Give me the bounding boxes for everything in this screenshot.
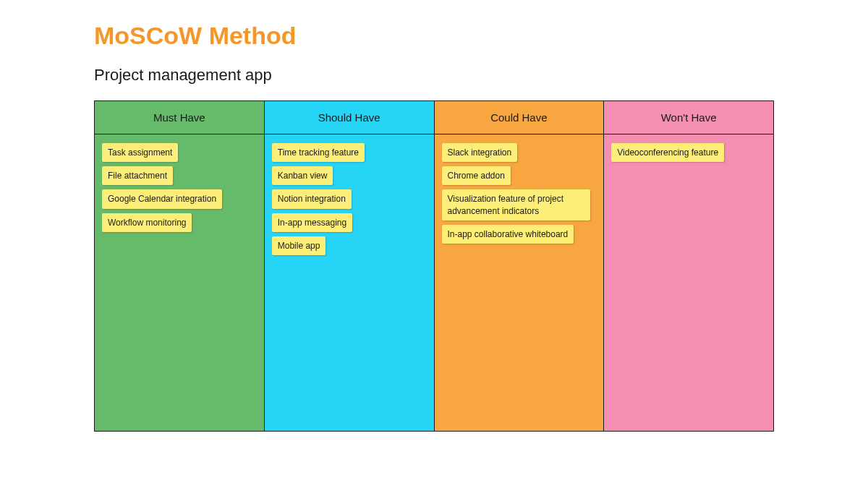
sticky-note[interactable]: Notion integration (272, 189, 352, 208)
sticky-note[interactable]: Videoconferencing feature (611, 143, 724, 162)
sticky-note[interactable]: Chrome addon (442, 166, 511, 185)
page-subtitle: Project management app (94, 66, 774, 85)
column-header-should: Should Have (265, 101, 434, 134)
column-must: Must Have Task assignment File attachmen… (95, 101, 265, 431)
sticky-note[interactable]: In-app messaging (272, 213, 352, 232)
sticky-note[interactable]: Slack integration (442, 143, 518, 162)
column-should: Should Have Time tracking feature Kanban… (265, 101, 435, 431)
column-body-could[interactable]: Slack integration Chrome addon Visualiza… (435, 134, 604, 431)
sticky-note[interactable]: Google Calendar integration (102, 189, 222, 208)
column-body-must[interactable]: Task assignment File attachment Google C… (95, 134, 264, 431)
column-body-wont[interactable]: Videoconferencing feature (604, 134, 773, 431)
sticky-note[interactable]: Task assignment (102, 143, 178, 162)
column-header-wont: Won't Have (604, 101, 773, 134)
sticky-note[interactable]: Workflow monitoring (102, 213, 192, 232)
column-could: Could Have Slack integration Chrome addo… (435, 101, 605, 431)
moscow-board: Must Have Task assignment File attachmen… (94, 100, 774, 432)
page-title: MoSCoW Method (94, 22, 774, 50)
column-wont: Won't Have Videoconferencing feature (604, 101, 773, 431)
column-header-could: Could Have (435, 101, 604, 134)
sticky-note[interactable]: Kanban view (272, 166, 333, 185)
sticky-note[interactable]: Time tracking feature (272, 143, 365, 162)
sticky-note[interactable]: Visualization feature of project advance… (442, 189, 590, 220)
sticky-note[interactable]: In-app collaborative whiteboard (442, 225, 574, 244)
sticky-note[interactable]: File attachment (102, 166, 173, 185)
sticky-note[interactable]: Mobile app (272, 236, 326, 255)
column-body-should[interactable]: Time tracking feature Kanban view Notion… (265, 134, 434, 431)
column-header-must: Must Have (95, 101, 264, 134)
